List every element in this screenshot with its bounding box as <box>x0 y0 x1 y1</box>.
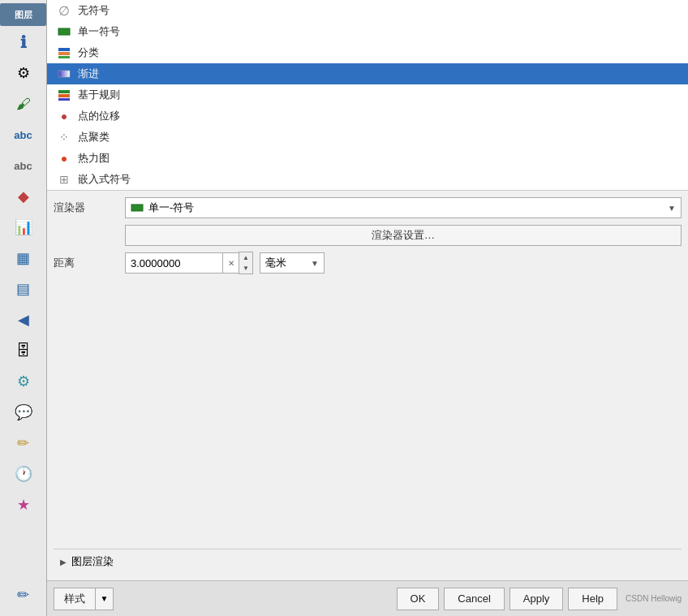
sidebar-item-info[interactable]: ℹ <box>5 28 42 57</box>
sidebar-item-label2[interactable]: abc <box>5 151 42 180</box>
style-select-group: 样式 ▼ <box>54 588 114 610</box>
table1-icon: ▦ <box>14 248 33 268</box>
distance-label: 距离 <box>54 256 118 270</box>
sidebar-item-bubble[interactable]: 💬 <box>5 398 42 427</box>
menu-item-point-displacement[interactable]: ● 点的位移 <box>47 106 688 127</box>
sidebar-item-chart[interactable]: 📊 <box>5 213 42 242</box>
menu-item-rule-based[interactable]: 基于规则 <box>47 84 688 106</box>
label1-icon: abc <box>14 125 33 144</box>
watermark: CSDN Hellowig <box>626 594 682 603</box>
content-area: 渲染器 单一-符号 ▼ 渲染器设置… 距离 ✕ <box>47 191 688 580</box>
edit2-icon: ✏ <box>14 585 33 605</box>
single-symbol-icon <box>57 24 71 39</box>
unit-select-arrow: ▼ <box>311 259 319 268</box>
style-dropdown-arrow[interactable]: ▼ <box>96 588 114 610</box>
apply-button[interactable]: Apply <box>510 588 564 610</box>
distance-clear-button[interactable]: ✕ <box>222 252 239 274</box>
menu-item-graduated-label: 渐进 <box>78 67 99 81</box>
rule-based-icon <box>57 88 71 102</box>
sidebar-item-3d[interactable]: ◆ <box>5 182 42 211</box>
renderer-select[interactable]: 单一-符号 ▼ <box>125 197 682 218</box>
menu-item-heatmap[interactable]: ● 热力图 <box>47 148 688 169</box>
categorized-icon <box>57 45 71 60</box>
menu-item-graduated[interactable]: 渐进 <box>47 63 688 84</box>
renderer-select-arrow: ▼ <box>668 204 676 213</box>
db-icon: 🗄 <box>14 341 33 360</box>
sidebar-item-edit2[interactable]: ✏ <box>5 580 42 610</box>
menu-item-heatmap-label: 热力图 <box>78 151 110 166</box>
menu-item-no-symbol-label: 无符号 <box>78 3 110 18</box>
sidebar-item-table2[interactable]: ▤ <box>5 274 42 304</box>
svg-rect-1 <box>58 48 70 51</box>
layer-render-expand-icon: ▶ <box>60 558 67 566</box>
gear2-icon: ⚙ <box>14 372 33 391</box>
cancel-button[interactable]: Cancel <box>444 588 504 610</box>
sidebar-item-gear2[interactable]: ⚙ <box>5 367 42 396</box>
heatmap-icon: ● <box>57 151 71 166</box>
svg-rect-4 <box>58 71 70 77</box>
sidebar-item-label1[interactable]: abc <box>5 120 42 149</box>
svg-rect-2 <box>58 52 70 55</box>
cluster-icon: ⁘ <box>57 130 71 144</box>
sidebar-item-pencil[interactable]: ✏ <box>5 429 42 458</box>
sidebar-title-label: 图层 <box>15 9 32 21</box>
sidebar-item-arrow[interactable]: ◀ <box>5 305 42 334</box>
svg-rect-5 <box>58 90 70 93</box>
svg-rect-7 <box>58 98 70 101</box>
renderer-select-value: 单一-符号 <box>148 200 194 215</box>
svg-rect-3 <box>58 56 70 58</box>
sidebar-item-db[interactable]: 🗄 <box>5 336 42 365</box>
graduated-icon <box>57 67 71 81</box>
renderer-select-content: 单一-符号 <box>131 200 194 215</box>
main-panel: ∅ 无符号 单一符号 分类 <box>47 0 688 616</box>
menu-item-categorized[interactable]: 分类 <box>47 42 688 63</box>
sidebar-title: 图层 <box>0 3 46 26</box>
distance-unit-value: 毫米 <box>265 256 286 270</box>
renderer-label: 渲染器 <box>54 200 118 215</box>
3d-icon: ◆ <box>14 187 33 206</box>
star-icon: ★ <box>14 495 33 515</box>
bottom-bar: 样式 ▼ OK Cancel Apply Help CSDN Hellowig <box>47 580 688 616</box>
menu-item-embedded-label: 嵌入式符号 <box>78 172 131 187</box>
svg-rect-6 <box>58 94 70 97</box>
renderer-settings-button[interactable]: 渲染器设置… <box>125 225 682 246</box>
menu-item-single-symbol-label: 单一符号 <box>78 24 120 39</box>
menu-item-cluster[interactable]: ⁘ 点聚类 <box>47 127 688 148</box>
sidebar-item-paint[interactable]: 🖌 <box>5 89 42 118</box>
menu-item-point-displacement-label: 点的位移 <box>78 109 120 123</box>
sidebar-item-star[interactable]: ★ <box>5 490 42 519</box>
distance-input-group: ✕ ▲ ▼ <box>125 252 253 274</box>
distance-spin-buttons: ▲ ▼ <box>239 252 253 274</box>
bubble-icon: 💬 <box>14 403 33 422</box>
settings-button-row: 渲染器设置… <box>54 225 682 246</box>
distance-input[interactable] <box>125 252 222 274</box>
distance-spin-up[interactable]: ▲ <box>239 252 252 263</box>
svg-rect-8 <box>131 205 143 211</box>
layer-render-label: 图层渲染 <box>71 554 114 569</box>
menu-item-no-symbol[interactable]: ∅ 无符号 <box>47 0 688 21</box>
distance-row: 距离 ✕ ▲ ▼ 毫米 ▼ <box>54 252 682 274</box>
style-button[interactable]: 样式 <box>54 588 96 610</box>
sidebar-item-settings[interactable]: ⚙ <box>5 58 42 88</box>
menu-item-rule-based-label: 基于规则 <box>78 88 120 102</box>
layer-render-section: ▶ 图层渲染 <box>54 549 682 574</box>
point-displacement-icon: ● <box>57 109 71 123</box>
content-spacer <box>54 280 682 542</box>
help-button[interactable]: Help <box>568 588 617 610</box>
embedded-icon: ⊞ <box>57 172 71 187</box>
ok-button[interactable]: OK <box>397 588 440 610</box>
sidebar-item-clock[interactable]: 🕐 <box>5 459 42 489</box>
renderer-select-icon <box>131 201 144 214</box>
svg-rect-0 <box>58 28 70 35</box>
chart-icon: 📊 <box>14 218 33 237</box>
menu-item-cluster-label: 点聚类 <box>78 130 110 144</box>
arrow-icon: ◀ <box>14 310 33 330</box>
distance-spin-down[interactable]: ▼ <box>239 263 252 274</box>
layer-render-header[interactable]: ▶ 图层渲染 <box>60 554 675 569</box>
distance-unit-select[interactable]: 毫米 ▼ <box>260 252 325 274</box>
menu-item-single-symbol[interactable]: 单一符号 <box>47 21 688 42</box>
sidebar-item-table1[interactable]: ▦ <box>5 243 42 273</box>
pencil-icon: ✏ <box>14 433 33 453</box>
menu-item-embedded[interactable]: ⊞ 嵌入式符号 <box>47 169 688 190</box>
paint-icon: 🖌 <box>14 94 33 114</box>
